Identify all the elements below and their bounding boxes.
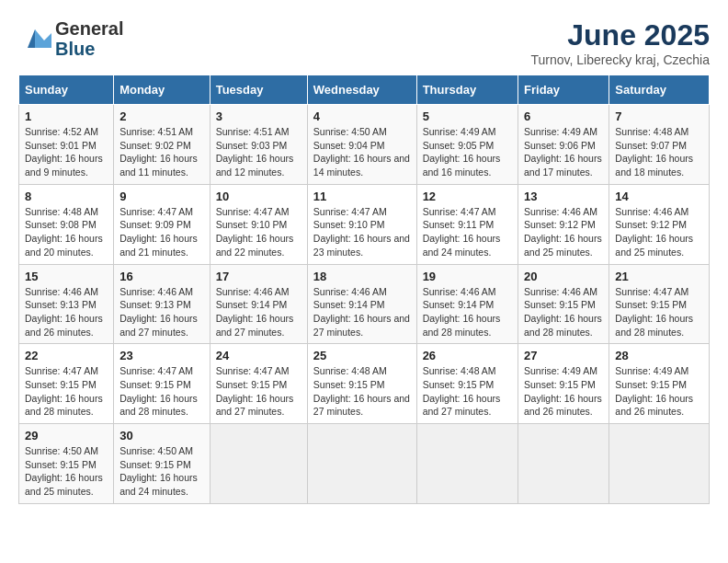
day-number: 8 xyxy=(25,190,108,203)
calendar-week-row: 29Sunrise: 4:50 AMSunset: 9:15 PMDayligh… xyxy=(19,424,710,504)
calendar-week-row: 1Sunrise: 4:52 AMSunset: 9:01 PMDaylight… xyxy=(19,105,710,185)
day-info: Sunrise: 4:50 AMSunset: 9:04 PMDaylight:… xyxy=(313,126,410,178)
page-header: General Blue June 2025 Turnov, Liberecky… xyxy=(18,18,710,67)
day-number: 18 xyxy=(313,270,411,283)
day-number: 11 xyxy=(313,190,411,203)
calendar-cell: 7Sunrise: 4:48 AMSunset: 9:07 PMDaylight… xyxy=(609,105,710,185)
day-number: 3 xyxy=(216,109,301,123)
calendar-cell: 16Sunrise: 4:46 AMSunset: 9:13 PMDayligh… xyxy=(114,264,210,344)
calendar-cell: 5Sunrise: 4:49 AMSunset: 9:05 PMDaylight… xyxy=(416,105,518,185)
calendar-cell: 26Sunrise: 4:48 AMSunset: 9:15 PMDayligh… xyxy=(416,344,518,424)
day-info: Sunrise: 4:46 AMSunset: 9:12 PMDaylight:… xyxy=(524,206,602,258)
day-info: Sunrise: 4:47 AMSunset: 9:15 PMDaylight:… xyxy=(119,365,198,417)
day-number: 21 xyxy=(615,270,703,283)
day-number: 22 xyxy=(25,349,108,362)
day-info: Sunrise: 4:46 AMSunset: 9:13 PMDaylight:… xyxy=(119,286,198,338)
calendar-cell: 11Sunrise: 4:47 AMSunset: 9:10 PMDayligh… xyxy=(307,184,416,264)
calendar-cell: 14Sunrise: 4:46 AMSunset: 9:12 PMDayligh… xyxy=(609,184,710,264)
day-number: 17 xyxy=(216,270,301,283)
svg-marker-1 xyxy=(35,29,51,48)
calendar-subtitle: Turnov, Liberecky kraj, Czechia xyxy=(530,52,710,67)
day-info: Sunrise: 4:49 AMSunset: 9:15 PMDaylight:… xyxy=(524,365,602,417)
day-info: Sunrise: 4:46 AMSunset: 9:14 PMDaylight:… xyxy=(423,286,501,338)
day-number: 20 xyxy=(524,270,603,283)
day-info: Sunrise: 4:48 AMSunset: 9:15 PMDaylight:… xyxy=(313,365,410,417)
day-number: 6 xyxy=(524,109,603,123)
day-info: Sunrise: 4:47 AMSunset: 9:15 PMDaylight:… xyxy=(216,365,294,417)
day-info: Sunrise: 4:47 AMSunset: 9:11 PMDaylight:… xyxy=(423,206,501,258)
day-info: Sunrise: 4:46 AMSunset: 9:15 PMDaylight:… xyxy=(524,286,602,338)
logo-icon xyxy=(18,22,51,55)
day-info: Sunrise: 4:52 AMSunset: 9:01 PMDaylight:… xyxy=(25,126,103,178)
logo-text: General Blue xyxy=(55,18,123,59)
day-info: Sunrise: 4:46 AMSunset: 9:14 PMDaylight:… xyxy=(313,286,410,338)
day-number: 19 xyxy=(423,270,512,283)
day-number: 14 xyxy=(615,190,703,203)
day-info: Sunrise: 4:51 AMSunset: 9:02 PMDaylight:… xyxy=(119,126,198,178)
col-header-sunday: Sunday xyxy=(19,75,114,105)
calendar-cell xyxy=(416,424,518,504)
day-info: Sunrise: 4:47 AMSunset: 9:10 PMDaylight:… xyxy=(216,206,294,258)
title-block: June 2025 Turnov, Liberecky kraj, Czechi… xyxy=(530,18,710,67)
col-header-saturday: Saturday xyxy=(609,75,710,105)
calendar-table: SundayMondayTuesdayWednesdayThursdayFrid… xyxy=(18,75,710,504)
calendar-cell: 28Sunrise: 4:49 AMSunset: 9:15 PMDayligh… xyxy=(609,344,710,424)
calendar-cell: 30Sunrise: 4:50 AMSunset: 9:15 PMDayligh… xyxy=(114,424,210,504)
day-number: 13 xyxy=(524,190,603,203)
calendar-cell: 10Sunrise: 4:47 AMSunset: 9:10 PMDayligh… xyxy=(210,184,307,264)
calendar-header-row: SundayMondayTuesdayWednesdayThursdayFrid… xyxy=(19,75,710,105)
calendar-cell: 8Sunrise: 4:48 AMSunset: 9:08 PMDaylight… xyxy=(19,184,114,264)
day-number: 24 xyxy=(216,349,301,362)
calendar-cell xyxy=(210,424,307,504)
calendar-cell xyxy=(609,424,710,504)
day-number: 16 xyxy=(119,270,204,283)
day-number: 15 xyxy=(25,270,108,283)
calendar-cell: 22Sunrise: 4:47 AMSunset: 9:15 PMDayligh… xyxy=(19,344,114,424)
calendar-cell: 23Sunrise: 4:47 AMSunset: 9:15 PMDayligh… xyxy=(114,344,210,424)
calendar-week-row: 22Sunrise: 4:47 AMSunset: 9:15 PMDayligh… xyxy=(19,344,710,424)
calendar-week-row: 15Sunrise: 4:46 AMSunset: 9:13 PMDayligh… xyxy=(19,264,710,344)
day-number: 27 xyxy=(524,349,603,362)
day-info: Sunrise: 4:48 AMSunset: 9:07 PMDaylight:… xyxy=(615,126,693,178)
calendar-cell: 27Sunrise: 4:49 AMSunset: 9:15 PMDayligh… xyxy=(518,344,609,424)
calendar-cell: 12Sunrise: 4:47 AMSunset: 9:11 PMDayligh… xyxy=(416,184,518,264)
calendar-cell: 6Sunrise: 4:49 AMSunset: 9:06 PMDaylight… xyxy=(518,105,609,185)
calendar-cell: 15Sunrise: 4:46 AMSunset: 9:13 PMDayligh… xyxy=(19,264,114,344)
col-header-thursday: Thursday xyxy=(416,75,518,105)
logo-general: General xyxy=(55,18,123,39)
col-header-friday: Friday xyxy=(518,75,609,105)
day-number: 10 xyxy=(216,190,301,203)
calendar-cell: 19Sunrise: 4:46 AMSunset: 9:14 PMDayligh… xyxy=(416,264,518,344)
col-header-wednesday: Wednesday xyxy=(307,75,416,105)
day-info: Sunrise: 4:49 AMSunset: 9:05 PMDaylight:… xyxy=(423,126,501,178)
calendar-cell: 20Sunrise: 4:46 AMSunset: 9:15 PMDayligh… xyxy=(518,264,609,344)
day-number: 26 xyxy=(423,349,512,362)
calendar-week-row: 8Sunrise: 4:48 AMSunset: 9:08 PMDaylight… xyxy=(19,184,710,264)
day-info: Sunrise: 4:50 AMSunset: 9:15 PMDaylight:… xyxy=(119,445,198,497)
calendar-cell: 1Sunrise: 4:52 AMSunset: 9:01 PMDaylight… xyxy=(19,105,114,185)
day-info: Sunrise: 4:46 AMSunset: 9:13 PMDaylight:… xyxy=(25,286,103,338)
calendar-cell xyxy=(307,424,416,504)
calendar-title: June 2025 xyxy=(530,18,710,52)
day-number: 9 xyxy=(119,190,204,203)
calendar-cell: 3Sunrise: 4:51 AMSunset: 9:03 PMDaylight… xyxy=(210,105,307,185)
day-info: Sunrise: 4:47 AMSunset: 9:15 PMDaylight:… xyxy=(25,365,103,417)
day-number: 1 xyxy=(25,109,108,123)
calendar-cell xyxy=(518,424,609,504)
logo-blue: Blue xyxy=(55,39,123,59)
calendar-cell: 13Sunrise: 4:46 AMSunset: 9:12 PMDayligh… xyxy=(518,184,609,264)
day-info: Sunrise: 4:49 AMSunset: 9:15 PMDaylight:… xyxy=(615,365,693,417)
calendar-cell: 29Sunrise: 4:50 AMSunset: 9:15 PMDayligh… xyxy=(19,424,114,504)
day-info: Sunrise: 4:47 AMSunset: 9:09 PMDaylight:… xyxy=(119,206,198,258)
calendar-cell: 21Sunrise: 4:47 AMSunset: 9:15 PMDayligh… xyxy=(609,264,710,344)
calendar-cell: 9Sunrise: 4:47 AMSunset: 9:09 PMDaylight… xyxy=(114,184,210,264)
day-number: 7 xyxy=(615,109,703,123)
day-info: Sunrise: 4:49 AMSunset: 9:06 PMDaylight:… xyxy=(524,126,602,178)
day-info: Sunrise: 4:48 AMSunset: 9:08 PMDaylight:… xyxy=(25,206,103,258)
day-number: 12 xyxy=(423,190,512,203)
day-info: Sunrise: 4:47 AMSunset: 9:10 PMDaylight:… xyxy=(313,206,410,258)
day-info: Sunrise: 4:48 AMSunset: 9:15 PMDaylight:… xyxy=(423,365,501,417)
day-info: Sunrise: 4:50 AMSunset: 9:15 PMDaylight:… xyxy=(25,445,103,497)
logo: General Blue xyxy=(18,18,123,59)
calendar-cell: 17Sunrise: 4:46 AMSunset: 9:14 PMDayligh… xyxy=(210,264,307,344)
